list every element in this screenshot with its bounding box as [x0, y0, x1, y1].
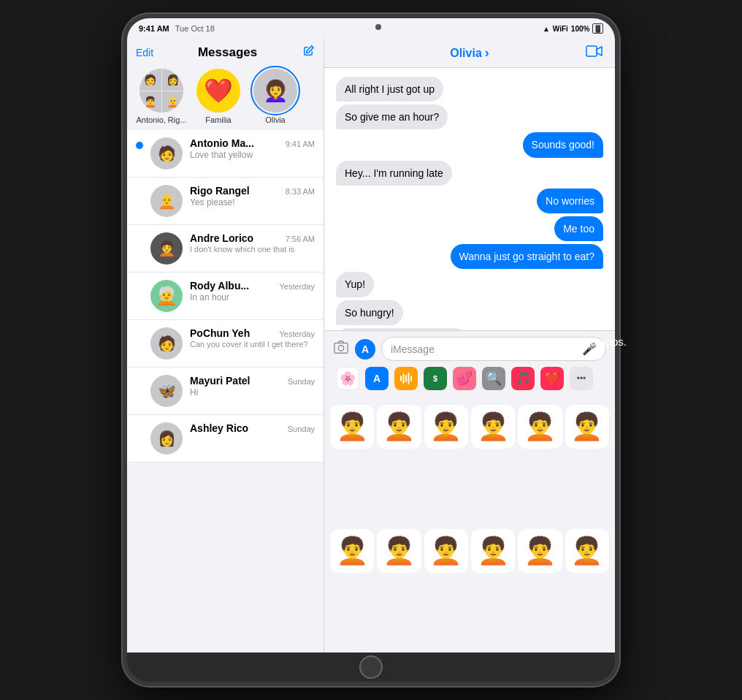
conv-content-rigo: Rigo Rangel 8:33 AM Yes please! [190, 185, 315, 208]
chat-panel: Olivia › All right I just got up So give… [324, 39, 615, 653]
svg-rect-1 [334, 343, 348, 353]
photos-app-icon[interactable]: 🌸 [336, 367, 359, 390]
msg-5: No worries [537, 189, 603, 213]
battery-icon: ▓ [592, 23, 603, 34]
memoji-cell-7[interactable]: 🧑‍🦱 [330, 529, 374, 573]
status-right: ▲ WiFi 100% ▓ [543, 23, 603, 34]
msg-7: Wanna just go straight to eat? [451, 244, 603, 269]
svg-rect-6 [408, 373, 410, 384]
memoji-cell-3[interactable]: 🧑‍🦱 [424, 405, 468, 449]
conv-avatar-antonio: 🧑 [150, 137, 183, 170]
hearts2-app-icon[interactable]: ❤️ [540, 367, 564, 390]
search-app-icon[interactable]: 🔍 [482, 367, 505, 390]
sidebar-header: Edit Messages [127, 39, 324, 63]
msg-3: Sounds good! [523, 132, 603, 157]
status-left: 9:41 AM Tue Oct 18 [139, 24, 215, 33]
familia-label: Familia [205, 115, 231, 124]
appstore-app-icon[interactable]: A [365, 367, 389, 390]
conv-ashley[interactable]: 👩 Ashley Rico Sunday [127, 415, 324, 463]
camera-button[interactable] [333, 339, 349, 359]
memoji-cell-1[interactable]: 🧑‍🦱 [330, 405, 374, 449]
conv-avatar-pochun: 🧑 [150, 327, 183, 359]
edit-button[interactable]: Edit [136, 47, 153, 58]
pinned-antonio[interactable]: 🧑 👩 🧑‍🦱 🧑‍🦲 Antonio, Rig... [136, 69, 187, 124]
msg-9: So hungry! [336, 300, 403, 325]
memoji-cell-2[interactable]: 🧑‍🦱 [377, 405, 421, 449]
olivia-avatar: 👩‍🦱 [253, 69, 297, 113]
svg-point-2 [338, 345, 343, 350]
status-day: Tue Oct 18 [175, 24, 215, 33]
conv-antonio[interactable]: 🧑 Antonio Ma... 9:41 AM Love that yellow [127, 130, 324, 178]
music-app-icon[interactable]: 🎵 [511, 367, 535, 390]
pinned-contacts: 🧑 👩 🧑‍🦱 🧑‍🦲 Antonio, Rig... ❤️ Familia 👩… [127, 63, 324, 130]
memoji-cell-11[interactable]: 🧑‍🦱 [518, 529, 562, 573]
apps-button[interactable]: A [355, 339, 375, 359]
antonio-avatar: 🧑 👩 🧑‍🦱 🧑‍🦲 [139, 69, 183, 113]
memoji-cell-4[interactable]: 🧑‍🦱 [471, 405, 515, 449]
sidebar-title: Messages [153, 45, 302, 60]
msg-10: Breakfast burritos? 🌯✨ [336, 328, 467, 330]
conv-avatar-andre: 🧑‍🦱 [150, 232, 183, 265]
conv-content-antonio: Antonio Ma... 9:41 AM Love that yellow [190, 137, 315, 160]
chat-messages: All right I just got up So give me an ho… [324, 68, 615, 330]
svg-rect-5 [405, 375, 407, 382]
memoji-cell-6[interactable]: 🧑‍🦱 [565, 405, 609, 449]
video-call-button[interactable] [586, 45, 603, 61]
chat-header: Olivia › [324, 39, 615, 68]
conv-content-mayuri: Mayuri Patel Sunday Hi [190, 375, 315, 397]
chat-contact-name[interactable]: Olivia › [450, 45, 489, 61]
status-time: 9:41 AM [139, 24, 169, 33]
olivia-label: Olivia [265, 115, 286, 124]
hearts-app-icon[interactable]: 💕 [453, 367, 476, 390]
app-icons-row: 🌸 A $ 💕 � [333, 361, 606, 396]
conv-content-ashley: Ashley Rico Sunday [190, 422, 315, 435]
conv-andre[interactable]: 🧑‍🦱 Andre Lorico 7:56 AM I don't know wh… [127, 225, 324, 273]
pinned-olivia[interactable]: 👩‍🦱 Olivia [250, 69, 301, 124]
memoji-cell-10[interactable]: 🧑‍🦱 [471, 529, 515, 573]
conv-content-rody: Rody Albu... Yesterday In an hour [190, 280, 315, 303]
bottom-bar [127, 653, 615, 682]
home-button[interactable] [359, 655, 383, 679]
chat-input-row: A iMessage 🎤 [333, 337, 606, 361]
cash-app-icon[interactable]: $ [424, 367, 447, 390]
conversation-list: 🧑 Antonio Ma... 9:41 AM Love that yellow… [127, 130, 324, 653]
soundwave-app-icon[interactable] [394, 367, 418, 390]
conv-content-andre: Andre Lorico 7:56 AM I don't know which … [190, 232, 315, 254]
signal-icon: ▲ [543, 25, 550, 33]
conv-content-pochun: PoChun Yeh Yesterday Can you cover it un… [190, 327, 315, 349]
compose-button[interactable] [302, 45, 315, 60]
memoji-cell-12[interactable]: 🧑‍🦱 [565, 529, 609, 573]
msg-1: All right I just got up [336, 77, 443, 102]
msg-2: So give me an hour? [336, 104, 448, 129]
memoji-cell-5[interactable]: 🧑‍🦱 [518, 405, 562, 449]
unread-dot [136, 142, 143, 149]
more-apps-button[interactable]: ••• [570, 367, 593, 390]
conv-rigo[interactable]: 🧑‍🦲 Rigo Rangel 8:33 AM Yes please! [127, 178, 324, 225]
battery-level: 100% [571, 25, 590, 33]
message-input[interactable]: iMessage 🎤 [381, 337, 606, 361]
camera-dot [375, 24, 381, 30]
conv-mayuri[interactable]: 🦋 Mayuri Patel Sunday Hi [127, 368, 324, 415]
conv-rody[interactable]: 🧑‍🦳 Rody Albu... Yesterday In an hour [127, 273, 324, 320]
status-bar: 9:41 AM Tue Oct 18 ▲ WiFi 100% ▓ [127, 18, 615, 39]
conv-pochun[interactable]: 🧑 PoChun Yeh Yesterday Can you cover it … [127, 320, 324, 368]
conv-avatar-mayuri: 🦋 [150, 375, 183, 407]
msg-6: Me too [554, 216, 603, 241]
conv-avatar-rigo: 🧑‍🦲 [150, 185, 183, 217]
wifi-icon: WiFi [553, 25, 568, 33]
msg-8: Yup! [336, 272, 374, 297]
familia-avatar: ❤️ [196, 69, 240, 113]
msg-4: Hey... I'm running late [336, 161, 452, 186]
pinned-familia[interactable]: ❤️ Familia [193, 69, 244, 124]
conv-avatar-ashley: 👩 [150, 422, 183, 454]
conv-avatar-rody: 🧑‍🦳 [150, 280, 183, 312]
antonio-label: Antonio, Rig... [136, 115, 186, 124]
svg-rect-0 [586, 46, 597, 56]
chat-input-area: A iMessage 🎤 🌸 A [324, 330, 615, 402]
memoji-tray: 🧑‍🦱 🧑‍🦱 🧑‍🦱 🧑‍🦱 🧑‍🦱 🧑‍🦱 🧑‍🦱 🧑‍🦱 🧑‍🦱 🧑‍🦱 … [324, 402, 615, 653]
sidebar: Edit Messages 🧑 👩 [127, 39, 324, 653]
memoji-cell-8[interactable]: 🧑‍🦱 [377, 529, 421, 573]
memoji-cell-9[interactable]: 🧑‍🦱 [424, 529, 468, 573]
svg-rect-3 [400, 376, 402, 381]
mic-button[interactable]: 🎤 [582, 342, 597, 356]
